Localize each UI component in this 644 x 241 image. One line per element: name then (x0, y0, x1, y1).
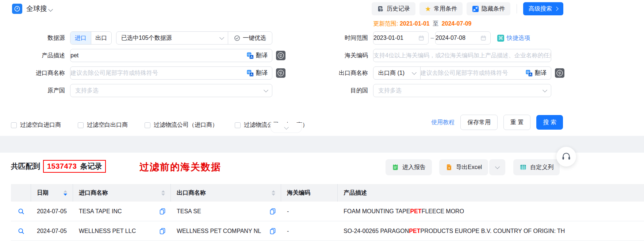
cell-date: 2024-07-05 (31, 221, 73, 241)
chevron-right-icon (554, 7, 558, 11)
header-detail-column (11, 184, 31, 202)
reset-button[interactable]: 重 置 (503, 115, 530, 130)
hide-conditions-button[interactable]: 隐藏条件 (467, 2, 510, 15)
copy-icon[interactable] (269, 208, 276, 215)
save-favorite-button[interactable]: 保存常用 (460, 115, 498, 130)
date-end-field[interactable] (435, 31, 491, 45)
report-icon (392, 164, 399, 171)
hs-code-input[interactable] (373, 52, 551, 59)
customize-columns-button[interactable]: 自定义列 (513, 159, 560, 175)
checkbox[interactable] (78, 122, 84, 128)
cell-product-desc: SO-24-00265 PARAGON PET PRODUCTS EUROPE … (338, 221, 644, 241)
search-form-panel: 更新范围: 2021-01-01 至 2024-07-09 数据源 进口 出口 … (0, 18, 644, 136)
product-desc-input[interactable] (70, 52, 244, 59)
table-header-row: 日期 进口商名称 出口商名称 (11, 184, 644, 202)
checkbox[interactable] (235, 122, 241, 128)
topbar-actions: 历史记录 ★ 常用条件 隐藏条件 高级搜索 (372, 2, 563, 15)
copy-icon[interactable] (159, 228, 166, 234)
import-export-toggle: 进口 出口 (70, 31, 112, 45)
form-actions: 使用教程 保存常用 重 置 搜 索 (431, 115, 563, 130)
sort-date[interactable] (64, 190, 67, 196)
advanced-search-button[interactable]: 高级搜索 (523, 2, 563, 15)
match-count: 1537473 (47, 162, 77, 171)
date-range-separator: – (430, 31, 434, 45)
chevron-down-icon[interactable] (219, 35, 224, 40)
cell-date: 2024-07-05 (31, 202, 73, 221)
checkbox-filter-blank-importer[interactable]: 过滤空白进口商 (11, 121, 61, 129)
collapse-panel-tab[interactable] (271, 123, 302, 133)
page-title: 全球搜 (26, 0, 47, 18)
sort-importer[interactable] (161, 190, 165, 196)
cell-importer: TESA TAPE INC (73, 202, 171, 221)
header-product-desc: 产品描述 (338, 184, 644, 202)
origin-country-label: 原产国 (0, 84, 65, 97)
cell-hs-code: - (281, 221, 338, 241)
copy-icon[interactable] (269, 228, 276, 234)
datasource-label: 数据源 (0, 31, 65, 45)
copy-icon[interactable] (159, 208, 166, 215)
header-importer: 进口商名称 (73, 184, 171, 202)
excel-file-icon (445, 164, 453, 171)
update-range-text: 更新范围: 2021-01-01 至 2024-07-09 (373, 20, 472, 28)
header-date: 日期 (31, 184, 73, 202)
cell-importer: WELLNESS PET LLC (73, 221, 171, 241)
title-chevron-down-icon[interactable] (48, 7, 53, 12)
view-detail-icon[interactable] (18, 208, 25, 215)
match-count-line: 共匹配到 1537473 条记录 (11, 160, 106, 173)
destination-country-label: 目的国 (313, 84, 368, 97)
match-mode-toggle-product[interactable] (276, 51, 285, 60)
search-button[interactable]: 搜 索 (536, 115, 563, 130)
checkbox-filter-blank-exporter[interactable]: 过滤空白出口商 (78, 121, 128, 129)
star-icon: ★ (425, 5, 431, 12)
collapse-icon (472, 5, 479, 12)
translate-button[interactable]: 中 A 翻译 (526, 69, 547, 77)
sort-exporter[interactable] (272, 190, 275, 196)
product-desc-label: 产品描述 (0, 49, 65, 62)
export-tab[interactable]: 出口 (91, 32, 112, 44)
results-table: 日期 进口商名称 出口商名称 (11, 184, 644, 241)
section-gap (0, 136, 644, 153)
exporter-type-select[interactable]: 出口商 (1) (373, 69, 420, 77)
red-annotation-text: 过滤前的海关数据 (139, 161, 221, 173)
export-dropdown-button[interactable] (489, 159, 505, 175)
match-mode-toggle-exporter[interactable] (555, 68, 564, 78)
translate-button[interactable]: 中 A 翻译 (247, 69, 268, 77)
destination-country-select[interactable]: 支持多选 (373, 84, 551, 97)
favorites-button[interactable]: ★ 常用条件 (419, 2, 463, 15)
exporter-input[interactable] (421, 70, 523, 76)
date-start-input[interactable] (373, 35, 418, 41)
command-icon: ⌘ (497, 35, 504, 42)
chevron-down-icon (495, 164, 500, 169)
checkbox[interactable] (11, 122, 17, 128)
cell-exporter: WELLNESS PET COMPANY NL (171, 221, 281, 241)
date-end-input[interactable] (436, 35, 480, 41)
history-button[interactable]: 历史记录 (372, 2, 415, 15)
exporter-label: 出口商名称 (313, 66, 368, 80)
translate-icon: 中 A (247, 52, 254, 59)
translate-button[interactable]: 中 A 翻译 (247, 52, 268, 60)
importer-input[interactable] (70, 70, 244, 76)
datasource-select[interactable]: 已选中105个数据源 (116, 34, 217, 42)
chevron-down-icon (284, 125, 289, 130)
match-mode-toggle-importer[interactable] (276, 68, 285, 78)
enter-report-button[interactable]: 进入报告 (386, 159, 432, 175)
one-key-optimize-button[interactable]: 一键优选 (228, 34, 272, 42)
view-detail-icon[interactable] (18, 227, 25, 235)
customer-service-button[interactable] (556, 147, 576, 167)
product-desc-field: 中 A 翻译 (70, 49, 272, 62)
hs-code-field (373, 49, 551, 62)
tutorial-link[interactable]: 使用教程 (431, 119, 455, 126)
import-tab[interactable]: 进口 (70, 32, 91, 44)
export-excel-button[interactable]: 导出Excel (439, 159, 488, 175)
origin-country-select[interactable]: 支持多选 (70, 84, 272, 97)
filter-checkbox-row: 过滤空白进口商 过滤空白出口商 过滤物流公司（进口商） 过滤物流公司（出口商） (11, 121, 308, 129)
date-start-field[interactable] (373, 31, 429, 45)
cell-product-desc: FOAM MOUNTING TAPE PET FLEECE MORO (338, 202, 644, 221)
calendar-icon (418, 35, 424, 41)
cell-hs-code: - (281, 202, 338, 221)
checkbox-filter-logistics-importer[interactable]: 过滤物流公司（进口商） (145, 121, 218, 129)
keyword-highlight: PET (410, 208, 422, 215)
header-hs-code: 海关编码 (281, 184, 338, 202)
checkbox[interactable] (145, 122, 150, 128)
quick-options-link[interactable]: ⌘ 快捷选项 (497, 34, 530, 42)
